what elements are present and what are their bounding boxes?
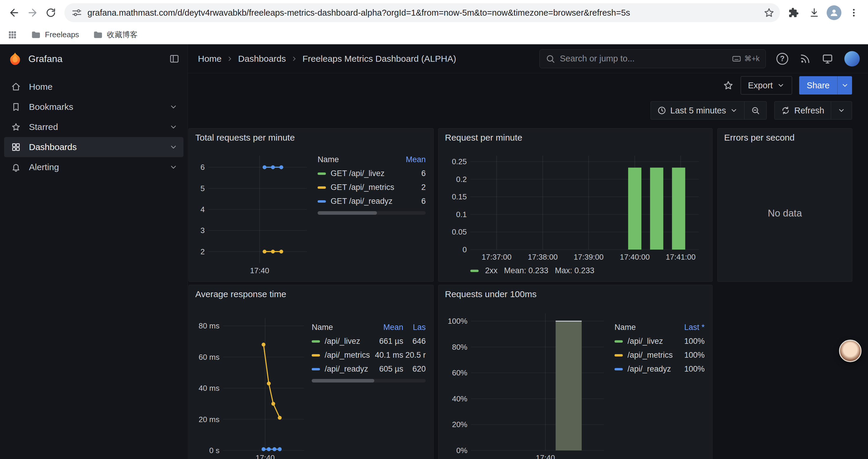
sidebar-item-label: Dashboards — [29, 142, 77, 152]
sidebar-item-home[interactable]: Home — [4, 77, 183, 97]
chevron-down-icon[interactable] — [169, 123, 178, 131]
export-button[interactable]: Export — [741, 76, 792, 95]
downloads-button[interactable] — [806, 4, 823, 21]
legend-scrollbar[interactable] — [318, 211, 426, 215]
help-button[interactable]: ? — [776, 53, 788, 65]
legend-value: 2 — [401, 183, 426, 192]
legend-col[interactable]: Mean — [375, 323, 403, 332]
browser-toolbar — [0, 0, 868, 25]
series-label[interactable]: GET /api/_metrics — [318, 183, 401, 192]
url-bar[interactable] — [64, 3, 780, 22]
y-axis-tick: 40 ms — [195, 383, 219, 393]
sidebar-item-label: Alerting — [29, 162, 59, 172]
legend-row[interactable]: /api/_readyz605 µs620 — [312, 362, 426, 376]
share-menu-button[interactable] — [837, 76, 852, 95]
panel-title[interactable]: Total requests per minute — [189, 129, 433, 145]
bookmark-folder-freeleaps[interactable]: Freeleaps — [31, 30, 79, 40]
panel-title[interactable]: Request per minute — [438, 129, 712, 145]
x-axis-tick: 17:40 — [235, 266, 285, 275]
user-avatar[interactable] — [844, 51, 860, 66]
refresh-button[interactable]: Refresh — [775, 102, 831, 119]
scrollbar-thumb[interactable] — [318, 211, 377, 215]
legend-col[interactable]: Mean — [401, 155, 426, 164]
y-axis-tick: 0.2 — [444, 174, 467, 184]
sidebar-item-alerting[interactable]: Alerting — [4, 157, 183, 177]
floating-assistant-avatar[interactable] — [839, 340, 862, 362]
series-label[interactable]: /api/_metrics — [312, 351, 375, 360]
bookmark-star-icon[interactable] — [764, 7, 775, 18]
legend-row[interactable]: GET /api/_livez6 — [318, 167, 426, 181]
apps-grid-icon[interactable] — [8, 30, 17, 40]
breadcrumb-dashboards[interactable]: Dashboards — [238, 54, 286, 64]
legend-row[interactable]: GET /api/_metrics2 — [318, 181, 426, 194]
x-axis-tick: 17:41:00 — [656, 253, 706, 262]
forward-button[interactable] — [24, 4, 41, 21]
legend-row[interactable]: /api/_metrics40.1 ms20.5 r — [312, 348, 426, 362]
series-label[interactable]: /api/_readyz — [615, 364, 678, 374]
browser-menu-button[interactable] — [845, 4, 862, 21]
sidebar-item-starred[interactable]: Starred — [4, 117, 183, 137]
legend-scrollbar[interactable] — [312, 379, 426, 383]
breadcrumb-home[interactable]: Home — [198, 54, 222, 64]
chevron-down-icon[interactable] — [169, 103, 178, 111]
legend-col-name[interactable]: Name — [312, 323, 375, 332]
timeseries-chart[interactable]: 80 ms60 ms40 ms20 ms0 s17:40 — [195, 302, 307, 459]
legend-row[interactable]: /api/_readyz100% — [615, 362, 705, 376]
dock-menu-button[interactable] — [169, 54, 179, 64]
legend-col-name[interactable]: Name — [318, 155, 401, 164]
bar-chart[interactable]: 100%80%60%40%20%0%17:40 — [444, 302, 610, 459]
panel-title[interactable]: Average response time — [189, 285, 433, 302]
share-button[interactable]: Share — [799, 76, 837, 95]
bell-icon — [11, 162, 21, 172]
legend-row[interactable]: /api/_livez661 µs646 — [312, 334, 426, 348]
panel-title[interactable]: Errors per second — [718, 129, 852, 145]
scrollbar-thumb[interactable] — [312, 379, 374, 383]
back-button[interactable] — [6, 4, 23, 21]
series-mean: Mean: 0.233 — [504, 266, 548, 275]
legend-col-name[interactable]: Name — [615, 323, 678, 332]
panel-title[interactable]: Requests under 100ms — [438, 285, 712, 302]
sidebar-item-label: Home — [29, 82, 53, 92]
display-button[interactable] — [822, 53, 833, 64]
chevron-down-icon — [838, 107, 845, 114]
extensions-button[interactable] — [785, 4, 802, 21]
bookmark-folder-blogs[interactable]: 收藏博客 — [93, 30, 138, 40]
sidebar: Grafana Home Bookmarks — [0, 44, 188, 459]
chevron-down-icon[interactable] — [169, 163, 178, 171]
favorite-dashboard-button[interactable] — [723, 80, 734, 91]
profile-avatar[interactable] — [827, 5, 841, 20]
search-box[interactable]: ⌘+k — [539, 49, 766, 68]
series-label[interactable]: GET /api/_livez — [318, 169, 401, 178]
search-input[interactable] — [560, 54, 727, 64]
reload-button[interactable] — [42, 4, 59, 21]
series-label[interactable]: /api/_readyz — [312, 364, 375, 374]
time-range-picker[interactable]: Last 5 minutes — [651, 102, 745, 119]
series-label[interactable]: /api/_livez — [615, 337, 678, 346]
series-label[interactable]: /api/_livez — [312, 337, 375, 346]
legend-row[interactable]: /api/_livez100% — [615, 334, 705, 348]
person-icon — [829, 8, 839, 18]
sidebar-item-bookmarks[interactable]: Bookmarks — [4, 97, 183, 117]
chevron-down-icon — [730, 107, 738, 114]
bar-chart[interactable]: 0.250.20.150.10.05017:37:0017:38:0017:39… — [444, 145, 706, 263]
url-input[interactable] — [88, 8, 758, 18]
zoom-out-button[interactable] — [744, 102, 766, 119]
series-name[interactable]: 2xx — [485, 266, 498, 275]
timeseries-chart[interactable]: 6543217:40 — [195, 145, 313, 278]
grafana-app: Grafana Home Bookmarks — [0, 44, 868, 459]
panel-average-response-time: Average response time 80 ms60 ms40 ms20 … — [188, 285, 434, 459]
time-controls: Last 5 minutes Refresh — [188, 97, 868, 124]
legend-col[interactable]: Las — [403, 323, 426, 332]
legend-col[interactable]: Last * — [678, 323, 705, 332]
site-settings-icon[interactable] — [71, 7, 82, 18]
x-axis-tick: 17:37:00 — [471, 253, 522, 262]
legend-row[interactable]: GET /api/_readyz6 — [318, 194, 426, 208]
star-outline-icon — [723, 80, 734, 91]
sidebar-item-dashboards[interactable]: Dashboards — [4, 137, 183, 157]
series-label[interactable]: /api/_metrics — [615, 351, 678, 360]
news-button[interactable] — [800, 53, 811, 64]
chevron-down-icon[interactable] — [169, 143, 178, 151]
refresh-interval-button[interactable] — [831, 102, 852, 119]
legend-row[interactable]: /api/_metrics100% — [615, 348, 705, 362]
series-label[interactable]: GET /api/_readyz — [318, 197, 401, 206]
